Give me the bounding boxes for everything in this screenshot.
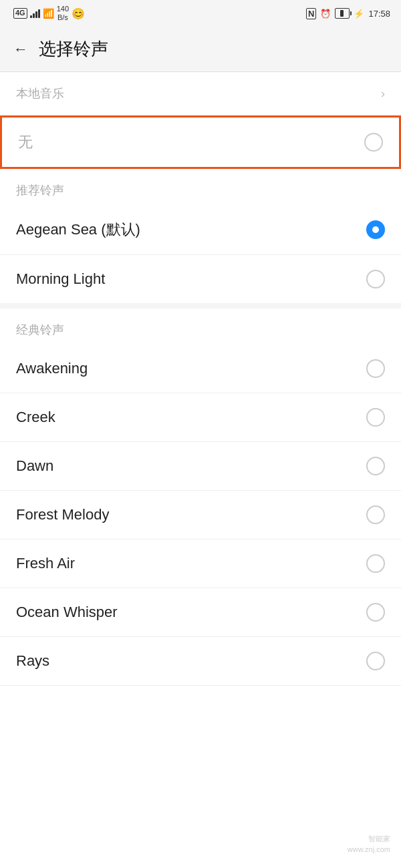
local-music-label: 本地音乐 <box>16 85 64 101</box>
ringtone-radio-button[interactable] <box>366 220 385 239</box>
signal-bar-1 <box>30 15 32 18</box>
ringtone-radio-button[interactable] <box>366 457 385 475</box>
ringtone-radio-button[interactable] <box>366 270 385 288</box>
ringtone-row[interactable]: Creek <box>0 393 401 442</box>
signal-bar-4 <box>38 9 40 18</box>
status-bar: 4G 📶 140B/s 😊 N ⏰ ⚡ 17:58 <box>0 0 401 27</box>
ringtone-name: Creek <box>16 409 55 426</box>
watermark: 智能家 www.znj.com <box>348 834 390 855</box>
clock-time: 17:58 <box>368 9 390 19</box>
ringtone-row[interactable]: Morning Light <box>0 255 401 303</box>
ringtone-radio-button[interactable] <box>366 505 385 524</box>
ringtone-row[interactable]: Aegean Sea (默认) <box>0 205 401 255</box>
content-area: 本地音乐 › 无 推荐铃声 Aegean Sea (默认) Morning Li… <box>0 72 401 686</box>
classic-section-header: 经典铃声 <box>0 308 401 345</box>
ringtone-name: Forest Melody <box>16 506 109 523</box>
ringtone-row[interactable]: Awakening <box>0 345 401 393</box>
ringtone-row[interactable]: Fresh Air <box>0 539 401 588</box>
back-button[interactable]: ← <box>13 41 28 58</box>
ringtone-name: Aegean Sea (默认) <box>16 220 140 240</box>
emoji-icon: 😊 <box>72 7 85 20</box>
chevron-right-icon: › <box>381 87 385 101</box>
alarm-icon: ⏰ <box>320 9 331 19</box>
local-music-row[interactable]: 本地音乐 › <box>0 72 401 116</box>
ringtone-name: Awakening <box>16 360 88 377</box>
signal-bar-3 <box>35 11 37 18</box>
ringtone-row[interactable]: Forest Melody <box>0 491 401 539</box>
ringtone-row[interactable]: Ocean Whisper <box>0 588 401 637</box>
ringtone-row[interactable]: Dawn <box>0 442 401 491</box>
page-header: ← 选择铃声 <box>0 27 401 72</box>
network-type: 4G <box>13 8 27 18</box>
charging-icon: ⚡ <box>354 9 364 19</box>
none-label: 无 <box>18 132 33 152</box>
battery-icon <box>335 8 350 19</box>
ringtone-radio-button[interactable] <box>366 603 385 622</box>
battery-fill <box>340 10 344 17</box>
ringtone-name: Ocean Whisper <box>16 604 118 621</box>
status-right: N ⏰ ⚡ 17:58 <box>306 8 390 19</box>
none-radio-button[interactable] <box>364 133 383 152</box>
ringtone-radio-button[interactable] <box>366 359 385 378</box>
section-divider <box>0 303 401 308</box>
ringtone-row[interactable]: Rays <box>0 637 401 686</box>
wifi-icon: 📶 <box>43 8 54 19</box>
classic-title: 经典铃声 <box>16 323 64 337</box>
ringtone-name: Morning Light <box>16 270 105 288</box>
watermark-line1: 智能家 <box>368 835 390 843</box>
none-ringtone-row[interactable]: 无 <box>0 116 401 169</box>
ringtone-name: Dawn <box>16 457 53 475</box>
network-speed: 140B/s <box>57 5 69 22</box>
ringtone-radio-button[interactable] <box>366 554 385 573</box>
signal-bar-2 <box>33 13 35 18</box>
page-title: 选择铃声 <box>39 37 108 61</box>
ringtone-name: Rays <box>16 652 49 670</box>
ringtone-radio-button[interactable] <box>366 652 385 670</box>
recommended-section-header: 推荐铃声 <box>0 169 401 205</box>
ringtone-radio-button[interactable] <box>366 408 385 427</box>
watermark-line2: www.znj.com <box>348 845 390 853</box>
nfc-icon: N <box>306 8 316 19</box>
signal-bars <box>30 9 40 18</box>
recommended-title: 推荐铃声 <box>16 184 64 197</box>
status-left: 4G 📶 140B/s 😊 <box>13 5 85 22</box>
ringtone-name: Fresh Air <box>16 555 75 572</box>
